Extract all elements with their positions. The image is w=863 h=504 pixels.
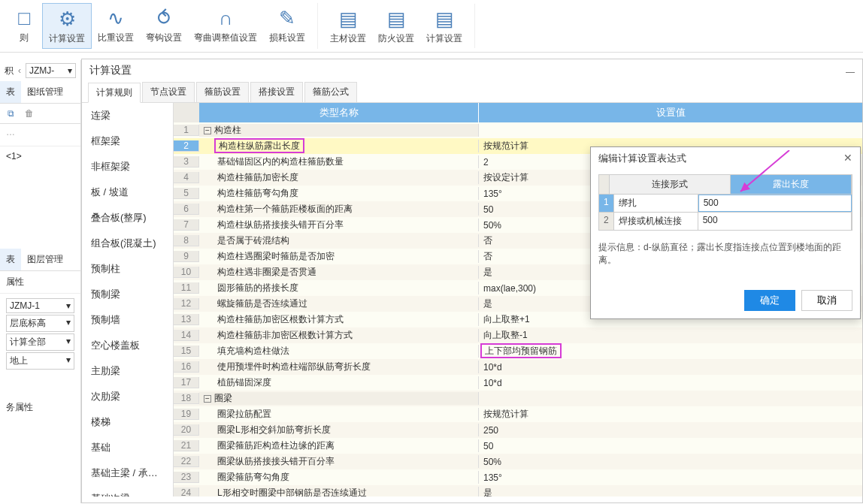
toolbar-主材设置[interactable]: ▤主材设置: [324, 4, 372, 48]
left-prop-row[interactable]: 地上▾: [6, 352, 74, 370]
left-panel: 积 ‹ JZMJ-▾ 表 图纸管理 ⧉ 🗑 … <1> 表 图层管理 属性 JZ…: [0, 60, 81, 503]
grid-row[interactable]: 14构造柱箍筋非加密区根数计算方式向上取整-1: [174, 327, 862, 343]
row-value[interactable]: 10*d: [479, 378, 862, 388]
main-toolbar: □则⚙计算设置∿比重设置⥀弯钩设置∩弯曲调整值设置✎损耗设置▤主材设置▤防火设置…: [0, 0, 863, 53]
collapse-icon[interactable]: −: [204, 395, 211, 403]
popup-th: 连接形式: [610, 175, 731, 194]
row-name: 圈梁纵筋搭接接头错开百分率: [199, 455, 479, 468]
close-icon[interactable]: ✕: [843, 152, 852, 165]
grid-section[interactable]: 1−构造柱: [174, 122, 862, 138]
popup-th: [599, 175, 610, 194]
cat-item[interactable]: 预制梁: [82, 282, 173, 307]
tab-计算规则[interactable]: 计算规则: [88, 83, 141, 103]
grid-row[interactable]: 15填充墙构造柱做法上下部均预留钢筋: [174, 343, 862, 359]
row-value[interactable]: 上下部均预留钢筋: [479, 345, 862, 358]
cat-item[interactable]: 基础主梁 / 承…: [82, 460, 173, 486]
grid-row[interactable]: 22圈梁纵筋搭接接头错开百分率50%: [174, 454, 862, 469]
row-value[interactable]: 250: [479, 425, 862, 436]
row-value[interactable]: 50%: [479, 457, 862, 467]
cat-item[interactable]: 空心楼盖板: [82, 333, 173, 358]
ok-button[interactable]: 确定: [744, 290, 795, 311]
row-value[interactable]: 向上取整-1: [479, 329, 862, 342]
minimize-icon[interactable]: —: [846, 67, 855, 77]
tab-sheet[interactable]: 表: [0, 81, 21, 103]
toolbar-icon: ∩: [213, 6, 238, 30]
popup-title: 编辑计算设置表达式: [598, 152, 686, 165]
left-prop-row[interactable]: JZMJ-1▾: [6, 298, 74, 313]
cancel-button[interactable]: 取消: [801, 290, 852, 311]
grid-row[interactable]: 24L形相交时圈梁中部钢筋是否连续通过是: [174, 485, 862, 496]
grid-row[interactable]: 16使用预埋件时构造柱端部纵筋弯折长度10*d: [174, 359, 862, 375]
popup-row[interactable]: 2焊接或机械连接500: [599, 212, 852, 230]
toolbar-弯曲调整值设置[interactable]: ∩弯曲调整值设置: [188, 3, 263, 47]
row-name: 植筋锚固深度: [199, 376, 479, 389]
popup-row[interactable]: 1绑扎500: [599, 194, 852, 212]
cat-item[interactable]: 预制柱: [82, 256, 173, 282]
row-value[interactable]: 135°: [479, 472, 862, 483]
row-name: 构造柱纵筋搭接接头错开百分率: [199, 219, 479, 231]
cat-item[interactable]: 次肋梁: [82, 384, 173, 409]
toolbar-icon: □: [12, 6, 36, 30]
grid-row[interactable]: 23圈梁箍筋弯勾角度135°: [174, 469, 862, 485]
left-empty: …: [0, 124, 80, 146]
tab-搭接设置[interactable]: 搭接设置: [250, 82, 303, 102]
grid-row[interactable]: 19圈梁拉筋配置按规范计算: [174, 406, 862, 422]
toolbar-损耗设置[interactable]: ✎损耗设置: [263, 3, 311, 47]
delete-icon[interactable]: 🗑: [25, 108, 34, 119]
cat-item[interactable]: 非框架梁: [82, 154, 173, 180]
cat-item[interactable]: 连梁: [82, 103, 173, 128]
tab-箍筋设置[interactable]: 箍筋设置: [196, 82, 249, 102]
popup-cell-editable[interactable]: 500: [698, 213, 852, 230]
toolbar-icon: ▤: [432, 7, 456, 31]
row-value[interactable]: 10*d: [479, 362, 862, 373]
toolbar-比重设置[interactable]: ∿比重设置: [92, 3, 140, 47]
row-name: 填充墙构造柱做法: [199, 345, 479, 358]
toolbar-则[interactable]: □则: [6, 3, 42, 47]
toolbar-计算设置[interactable]: ⚙计算设置: [42, 3, 92, 49]
cat-item[interactable]: 主肋梁: [82, 358, 173, 384]
cat-item[interactable]: 组合板(混凝土): [82, 231, 173, 256]
toolbar-icon: ▤: [336, 7, 360, 31]
cat-item[interactable]: 叠合板(整厚): [82, 205, 173, 231]
cat-item[interactable]: 基础次梁: [82, 486, 173, 496]
row-name: −圈梁: [199, 392, 479, 405]
row-name: 圈梁L形相交斜加筋弯折长度: [199, 424, 479, 436]
left-acc: 积: [5, 65, 14, 77]
grid-col-value: 设置值: [479, 103, 862, 122]
tab-箍筋公式[interactable]: 箍筋公式: [304, 82, 357, 102]
tab-layers[interactable]: 图层管理: [21, 249, 69, 270]
left-prop-row[interactable]: 层底标高▾: [6, 315, 74, 332]
row-name: 构造柱箍筋加密长度: [199, 171, 479, 184]
toolbar-防火设置[interactable]: ▤防火设置: [372, 4, 420, 48]
left-panel2: 表 图层管理: [0, 249, 80, 271]
cat-item[interactable]: 框架梁: [82, 128, 173, 154]
left-prop-rows: JZMJ-1▾层底标高▾计算全部▾地上▾: [0, 294, 80, 374]
collapse-icon[interactable]: −: [204, 127, 211, 134]
cat-item[interactable]: 预制墙: [82, 307, 173, 333]
tab-节点设置[interactable]: 节点设置: [142, 82, 195, 102]
top-select[interactable]: JZMJ-▾: [26, 63, 76, 78]
popup-cell-editable[interactable]: 500: [698, 195, 852, 212]
left-prop-row[interactable]: 计算全部▾: [6, 333, 74, 351]
toolbar-弯钩设置[interactable]: ⥀弯钩设置: [140, 3, 188, 47]
grid-row[interactable]: 21圈梁箍筋距构造柱边缘的距离50: [174, 438, 862, 454]
toolbar-icon: ⥀: [152, 6, 176, 30]
toolbar-计算设置[interactable]: ▤计算设置: [420, 4, 468, 48]
tab-drawings[interactable]: 图纸管理: [21, 81, 69, 103]
copy-icon[interactable]: ⧉: [8, 108, 14, 119]
cat-item[interactable]: 板 / 坡道: [82, 180, 173, 205]
row-value[interactable]: 50: [479, 441, 862, 451]
row-name: 基础锚固区内的构造柱箍筋数量: [199, 155, 479, 168]
row-value[interactable]: 按规范计算: [479, 408, 862, 421]
row-name: 构造柱箍筋非加密区根数计算方式: [199, 329, 479, 342]
tab-sheet2[interactable]: 表: [0, 249, 21, 270]
row-value[interactable]: 是: [479, 487, 862, 496]
category-list: 连梁框架梁非框架梁板 / 坡道叠合板(整厚)组合板(混凝土)预制柱预制梁预制墙空…: [82, 103, 174, 496]
grid-row[interactable]: 20圈梁L形相交斜加筋弯折长度250: [174, 422, 862, 438]
popup-th: 露出长度: [731, 175, 852, 194]
cat-item[interactable]: 楼梯: [82, 409, 173, 435]
grid-row[interactable]: 17植筋锚固深度10*d: [174, 375, 862, 391]
edit-expression-popup: 编辑计算设置表达式 ✕ 连接形式露出长度 1绑扎5002焊接或机械连接500 提…: [590, 146, 861, 319]
cat-item[interactable]: 基础: [82, 435, 173, 460]
grid-section[interactable]: 18−圈梁: [174, 391, 862, 406]
